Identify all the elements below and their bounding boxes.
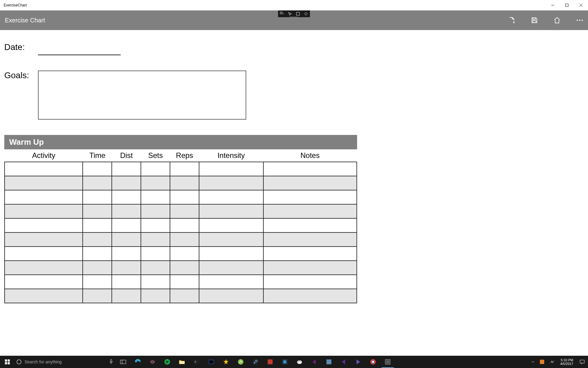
table-cell[interactable]: [83, 289, 112, 303]
table-cell[interactable]: [199, 218, 263, 232]
table-cell[interactable]: [141, 162, 170, 176]
table-cell[interactable]: [170, 176, 199, 190]
table-cell[interactable]: [141, 232, 170, 247]
table-cell[interactable]: [263, 204, 357, 218]
table-cell[interactable]: [112, 289, 141, 303]
table-cell[interactable]: [83, 218, 112, 232]
table-cell[interactable]: [83, 190, 112, 204]
tray-chevron-icon[interactable]: [530, 356, 536, 368]
table-cell[interactable]: [263, 176, 357, 190]
table-cell[interactable]: [141, 289, 170, 303]
paint-icon[interactable]: [292, 356, 307, 368]
new-file-button[interactable]: [508, 16, 516, 24]
search-box[interactable]: Search for anything: [15, 356, 107, 368]
more-button[interactable]: [576, 16, 584, 24]
table-cell[interactable]: [141, 247, 170, 261]
table-cell[interactable]: [170, 218, 199, 232]
debug-track-icon[interactable]: [302, 10, 310, 17]
save-button[interactable]: [530, 16, 538, 24]
table-cell[interactable]: [5, 204, 83, 218]
table-cell[interactable]: [170, 190, 199, 204]
table-cell[interactable]: [112, 247, 141, 261]
tray-fsharp-icon[interactable]: [548, 356, 555, 368]
table-cell[interactable]: [170, 232, 199, 247]
table-cell[interactable]: [83, 261, 112, 275]
putty-icon[interactable]: [204, 356, 219, 368]
table-cell[interactable]: [112, 218, 141, 232]
close-button[interactable]: [574, 0, 588, 10]
cortana-mic-icon[interactable]: [107, 356, 116, 368]
table-cell[interactable]: [141, 190, 170, 204]
table-cell[interactable]: [170, 247, 199, 261]
table-cell[interactable]: [199, 275, 263, 289]
table-cell[interactable]: [5, 176, 83, 190]
table-cell[interactable]: [5, 232, 83, 247]
table-cell[interactable]: [5, 190, 83, 204]
taskbar-clock[interactable]: 5:10 PM 4/5/2017: [558, 358, 575, 366]
table-cell[interactable]: [170, 162, 199, 176]
table-cell[interactable]: [263, 218, 357, 232]
table-cell[interactable]: [141, 204, 170, 218]
tray-app-orange-icon[interactable]: [539, 356, 545, 368]
visual-studio-icon[interactable]: [307, 356, 322, 368]
app-blue2-icon[interactable]: [322, 356, 336, 368]
android-studio-icon[interactable]: [233, 356, 248, 368]
eclipse-icon[interactable]: [145, 356, 160, 368]
table-cell[interactable]: [5, 162, 83, 176]
table-cell[interactable]: [112, 162, 141, 176]
start-button[interactable]: [0, 356, 15, 368]
table-cell[interactable]: [263, 232, 357, 247]
terminal-icon[interactable]: [189, 356, 204, 368]
table-cell[interactable]: [5, 218, 83, 232]
table-cell[interactable]: [112, 261, 141, 275]
goals-textarea[interactable]: [38, 71, 246, 120]
star-icon[interactable]: [219, 356, 233, 368]
table-cell[interactable]: [112, 204, 141, 218]
table-cell[interactable]: [112, 190, 141, 204]
current-app-icon[interactable]: [380, 356, 395, 368]
table-cell[interactable]: [263, 261, 357, 275]
table-cell[interactable]: [263, 247, 357, 261]
table-cell[interactable]: [170, 204, 199, 218]
table-cell[interactable]: [199, 176, 263, 190]
edge-icon[interactable]: [130, 356, 145, 368]
table-cell[interactable]: [263, 289, 357, 303]
app-red-icon[interactable]: [263, 356, 277, 368]
table-cell[interactable]: [83, 176, 112, 190]
table-cell[interactable]: [199, 261, 263, 275]
table-cell[interactable]: [112, 232, 141, 247]
table-cell[interactable]: [199, 247, 263, 261]
table-cell[interactable]: [83, 204, 112, 218]
table-cell[interactable]: [5, 261, 83, 275]
debug-select-icon[interactable]: [286, 10, 294, 17]
file-explorer-icon[interactable]: [175, 356, 189, 368]
table-cell[interactable]: [83, 232, 112, 247]
app-blue-icon[interactable]: [277, 356, 292, 368]
spotify-icon[interactable]: [160, 356, 175, 368]
task-view-icon[interactable]: [116, 356, 130, 368]
table-cell[interactable]: [263, 190, 357, 204]
table-cell[interactable]: [83, 162, 112, 176]
table-cell[interactable]: [141, 261, 170, 275]
table-cell[interactable]: [170, 261, 199, 275]
table-cell[interactable]: [5, 275, 83, 289]
table-cell[interactable]: [199, 190, 263, 204]
steam-icon[interactable]: [248, 356, 263, 368]
table-cell[interactable]: [141, 275, 170, 289]
table-cell[interactable]: [263, 162, 357, 176]
chrome-icon[interactable]: [366, 356, 380, 368]
date-input[interactable]: [38, 45, 121, 55]
minimize-button[interactable]: [546, 0, 560, 10]
blend-icon[interactable]: [351, 356, 366, 368]
table-cell[interactable]: [199, 162, 263, 176]
table-cell[interactable]: [5, 247, 83, 261]
table-cell[interactable]: [5, 289, 83, 303]
table-cell[interactable]: [112, 176, 141, 190]
visual-studio-alt-icon[interactable]: [336, 356, 351, 368]
action-center-icon[interactable]: [578, 356, 586, 368]
debug-toolbar-handle[interactable]: [289, 17, 299, 17]
table-cell[interactable]: [199, 232, 263, 247]
table-cell[interactable]: [170, 275, 199, 289]
table-cell[interactable]: [141, 176, 170, 190]
table-cell[interactable]: [83, 247, 112, 261]
